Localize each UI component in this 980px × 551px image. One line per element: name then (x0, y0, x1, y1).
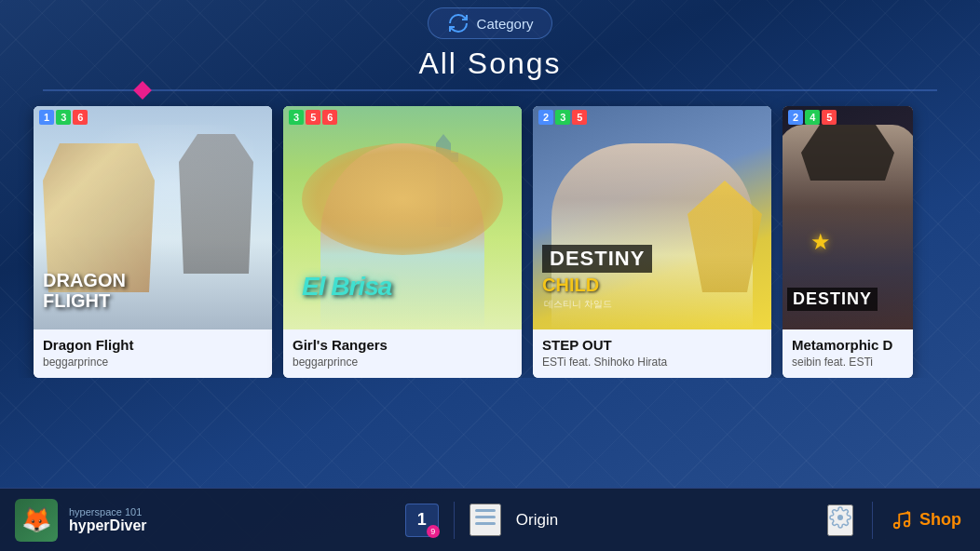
destiny2-text: DESTINY (787, 288, 878, 311)
dragon-flight-overlay: DRAGONFLIGHT (43, 270, 263, 311)
diff-badge-3: 5 (572, 110, 587, 125)
diff-badge-3: 6 (322, 110, 337, 125)
player-avatar: 🦊 (15, 499, 58, 542)
player-section: 🦊 hyperspace 101 hyperDiver (0, 499, 373, 542)
diff-badge-3: 5 (822, 110, 837, 125)
diff-badge-1: 1 (39, 110, 54, 125)
song-card-step-out[interactable]: DESTINY CHILD 데스티니 차일드 2 3 5 STEP OUT ES… (533, 106, 771, 378)
player-name: hyperDiver (69, 517, 147, 534)
song-title-metamorphic: Metamorphic D (792, 337, 904, 353)
diff-badge-1: 2 (538, 110, 553, 125)
rank-sub-number: 9 (427, 525, 440, 538)
settings-button[interactable] (827, 504, 853, 536)
diff-badge-2: 3 (555, 110, 570, 125)
bottom-bar: 🦊 hyperspace 101 hyperDiver 1 9 Origin (0, 488, 980, 551)
difficulty-badges-dragon-flight: 1 3 6 (34, 106, 93, 128)
song-info-dragon-flight: Dragon Flight beggarprince (34, 329, 272, 378)
song-artist-girls-rangers: beggarprince (293, 356, 512, 369)
song-artwork-dragon-flight: DRAGONFLIGHT 1 3 6 (34, 106, 272, 329)
progress-bar[interactable] (43, 88, 937, 91)
diff-badge-3: 6 (73, 110, 88, 125)
difficulty-badges-step-out: 2 3 5 (533, 106, 592, 128)
destiny-child-overlay: DESTINY CHILD 데스티니 차일드 (542, 245, 652, 311)
divider-2 (872, 502, 873, 539)
rank-number: 1 (417, 510, 427, 530)
diff-badge-1: 2 (788, 110, 803, 125)
song-artist-dragon-flight: beggarprince (43, 356, 263, 369)
rank-badge: 1 9 (405, 504, 439, 537)
svg-rect-1 (475, 516, 496, 518)
diff-badge-2: 4 (805, 110, 820, 125)
svg-rect-2 (475, 522, 496, 525)
song-artist-step-out: ESTi feat. Shihoko Hirata (542, 356, 762, 369)
player-sub-title: hyperspace 101 (69, 506, 147, 517)
song-artwork-step-out: DESTINY CHILD 데스티니 차일드 2 3 5 (533, 106, 771, 329)
svg-rect-0 (475, 509, 496, 512)
diff-badge-1: 3 (289, 110, 304, 125)
destiny-text: DESTINY (542, 245, 652, 273)
difficulty-badges-girls-rangers: 3 5 6 (283, 106, 343, 128)
shop-section[interactable]: Shop (892, 510, 961, 531)
svg-point-4 (905, 520, 910, 526)
divider (454, 502, 455, 539)
menu-list-button[interactable] (470, 504, 501, 536)
song-artwork-girls-rangers: El Brisa 3 5 6 (283, 106, 522, 329)
player-info: hyperspace 101 hyperDiver (69, 506, 147, 534)
song-card-dragon-flight[interactable]: DRAGONFLIGHT 1 3 6 Dragon Flight beggarp… (34, 106, 272, 378)
diff-badge-2: 5 (306, 110, 320, 125)
category-label: Category (477, 16, 534, 32)
shop-label: Shop (919, 510, 961, 530)
elbrisa-overlay: El Brisa (302, 272, 512, 302)
child-text: CHILD (542, 275, 652, 296)
song-artwork-metamorphic: ★ DESTINY 2 4 5 (783, 106, 913, 329)
song-title-girls-rangers: Girl's Rangers (293, 337, 512, 353)
song-info-girls-rangers: Girl's Rangers beggarprince (283, 329, 522, 378)
progress-track (43, 89, 937, 91)
songs-grid: DRAGONFLIGHT 1 3 6 Dragon Flight beggarp… (0, 91, 980, 378)
song-artist-metamorphic: seibin feat. ESTi (792, 356, 904, 369)
diff-badge-2: 3 (56, 110, 71, 125)
gear-icon (829, 506, 851, 529)
song-card-girls-rangers[interactable]: El Brisa 3 5 6 Girl's Rangers beggarprin… (283, 106, 522, 378)
difficulty-badges-metamorphic: 2 4 5 (783, 106, 842, 128)
origin-label: Origin (516, 511, 558, 530)
category-refresh-icon (447, 12, 470, 34)
svg-point-3 (894, 522, 900, 528)
category-button[interactable]: Category (428, 7, 553, 39)
song-card-metamorphic[interactable]: ★ DESTINY 2 4 5 Metamorphic D seibin fea… (783, 106, 913, 378)
shop-music-icon (892, 510, 912, 531)
song-info-metamorphic: Metamorphic D seibin feat. ESTi (783, 329, 913, 378)
song-title-step-out: STEP OUT (542, 337, 762, 353)
right-section: Shop (809, 502, 980, 539)
header: Category All Songs (0, 0, 980, 91)
korean-text: 데스티니 차일드 (542, 298, 652, 311)
menu-lines-icon (475, 509, 496, 526)
song-info-step-out: STEP OUT ESTi feat. Shihoko Hirata (533, 329, 771, 378)
song-title-dragon-flight: Dragon Flight (43, 337, 263, 353)
page-title: All Songs (418, 47, 561, 81)
center-section: 1 9 Origin (373, 502, 591, 539)
